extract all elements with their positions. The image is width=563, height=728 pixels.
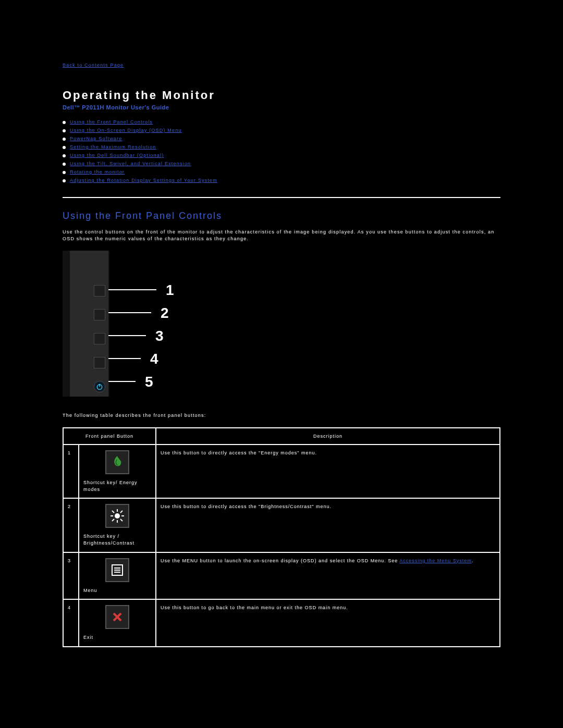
icon-label: Shortcut key / Brightness/Contrast <box>83 533 151 546</box>
toc-link[interactable]: Adjusting the Rotation Display Settings … <box>70 178 217 183</box>
page-title: Operating the Monitor <box>63 89 500 102</box>
bullet-icon <box>63 138 66 141</box>
row-index: 1 <box>63 445 79 498</box>
svg-line-10 <box>112 519 114 521</box>
bullet-icon <box>63 163 66 166</box>
row-index: 4 <box>63 599 79 647</box>
table-row: 4 Exit Use this button to go back to the… <box>63 599 500 647</box>
table-caption: The following table describes the front … <box>63 412 500 419</box>
table-header-button: Front panel Button <box>63 428 156 445</box>
bullet-icon <box>63 154 66 157</box>
toc-link[interactable]: Using the Tilt, Swivel, and Vertical Ext… <box>70 161 191 166</box>
panel-button-icon <box>94 333 105 344</box>
section-heading: Using the Front Panel Controls <box>63 211 500 221</box>
bullet-icon <box>63 146 66 149</box>
svg-line-7 <box>112 511 114 513</box>
row-description: Use this button to directly access the "… <box>156 445 500 498</box>
diagram-number: 2 <box>161 305 169 322</box>
front-panel-table: Front panel Button Description 1 Shortcu… <box>63 427 500 647</box>
icon-label: Menu <box>83 587 151 594</box>
diagram-number: 4 <box>150 351 158 367</box>
row-index: 2 <box>63 498 79 552</box>
panel-button-icon <box>94 309 105 320</box>
desc-text: . <box>472 558 474 563</box>
bullet-icon <box>63 121 66 124</box>
panel-button-icon <box>94 357 105 368</box>
bullet-icon <box>63 179 66 182</box>
toc-link[interactable]: PowerNap Software <box>70 136 122 141</box>
bullet-icon <box>63 171 66 174</box>
table-row: 3 Menu Use the MENU <box>63 552 500 600</box>
accessing-menu-system-link[interactable]: Accessing the Menu System <box>399 558 472 563</box>
intro-paragraph: Use the control buttons on the front of … <box>63 229 500 242</box>
svg-line-8 <box>120 519 123 521</box>
row-description: Use the MENU button to launch the on-scr… <box>156 552 500 600</box>
toc-link[interactable]: Using the On-Screen Display (OSD) Menu <box>70 128 182 133</box>
diagram-number: 5 <box>145 374 153 390</box>
panel-button-icon <box>94 285 105 297</box>
desc-text: Use the MENU button to launch the on-scr… <box>161 558 399 563</box>
bullet-icon <box>63 129 66 132</box>
table-header-description: Description <box>156 428 500 445</box>
energy-modes-icon <box>105 450 129 474</box>
svg-point-2 <box>115 513 120 519</box>
icon-label: Shortcut key/ Energy modes <box>83 479 151 492</box>
power-button-icon <box>94 381 105 392</box>
row-description: Use this button to go back to the main m… <box>156 599 500 647</box>
table-row: 2 <box>63 498 500 552</box>
brightness-contrast-icon <box>105 504 129 528</box>
exit-icon <box>105 605 129 629</box>
page-subtitle: Dell™ P2011H Monitor User's Guide <box>63 104 500 110</box>
menu-icon <box>105 558 129 582</box>
row-index: 3 <box>63 552 79 600</box>
row-description: Use this button to directly access the "… <box>156 498 500 552</box>
toc-link[interactable]: Using the Front Panel Controls <box>70 119 153 125</box>
back-to-contents-link[interactable]: Back to Contents Page <box>63 63 500 68</box>
front-panel-diagram: 1 2 3 4 5 <box>63 251 500 397</box>
diagram-number: 3 <box>155 328 164 344</box>
toc-link[interactable]: Rotating the monitor <box>70 169 125 175</box>
svg-line-9 <box>120 511 123 513</box>
panel-strip <box>63 251 109 397</box>
divider <box>63 197 500 198</box>
table-of-contents: Using the Front Panel Controls Using the… <box>63 118 500 184</box>
diagram-number: 1 <box>166 282 174 299</box>
toc-link[interactable]: Using the Dell Soundbar (Optional) <box>70 153 164 158</box>
icon-label: Exit <box>83 634 151 641</box>
table-row: 1 Shortcut key/ Energy modes Use this bu… <box>63 445 500 498</box>
toc-link[interactable]: Setting the Maximum Resolution <box>70 144 156 150</box>
